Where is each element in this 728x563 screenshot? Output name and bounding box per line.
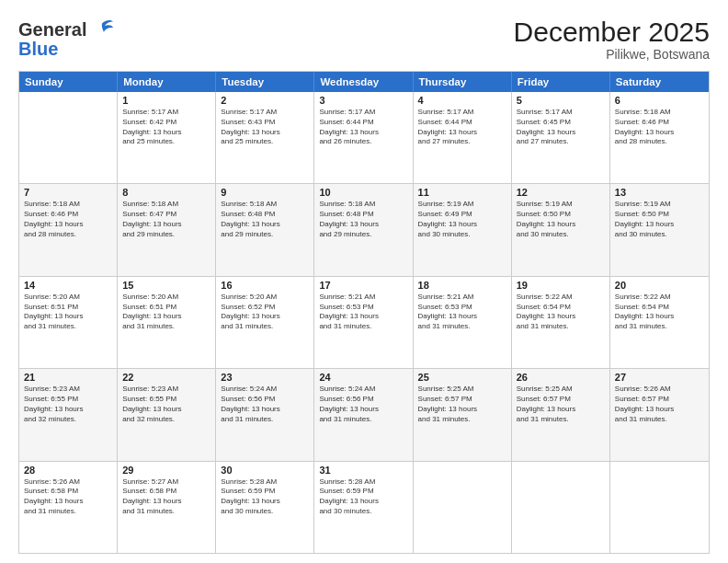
cal-cell: 15Sunrise: 5:20 AMSunset: 6:51 PMDayligh…: [118, 277, 216, 368]
cell-info-line: Daylight: 13 hours: [24, 220, 112, 230]
cal-cell: 4Sunrise: 5:17 AMSunset: 6:44 PMDaylight…: [414, 92, 512, 183]
cell-info-line: Sunrise: 5:18 AM: [221, 200, 309, 210]
cell-info-line: Daylight: 13 hours: [615, 220, 704, 230]
cell-info-line: Sunset: 6:58 PM: [24, 487, 112, 497]
cell-info-line: Sunrise: 5:18 AM: [24, 200, 112, 210]
cell-info-line: Daylight: 13 hours: [517, 220, 605, 230]
cal-cell: 23Sunrise: 5:24 AMSunset: 6:56 PMDayligh…: [216, 369, 314, 460]
cell-info-line: and 32 minutes.: [122, 415, 210, 425]
cal-cell: [414, 462, 512, 553]
cal-cell: 3Sunrise: 5:17 AMSunset: 6:44 PMDaylight…: [314, 92, 413, 183]
cell-info-line: Daylight: 13 hours: [24, 497, 112, 507]
cell-info-line: Sunrise: 5:20 AM: [122, 293, 210, 303]
cell-info-line: Sunrise: 5:17 AM: [517, 108, 605, 118]
day-number: 13: [615, 187, 704, 198]
cal-cell: 7Sunrise: 5:18 AMSunset: 6:46 PMDaylight…: [19, 184, 118, 275]
day-number: 7: [24, 187, 112, 198]
cal-cell: 2Sunrise: 5:17 AMSunset: 6:43 PMDaylight…: [216, 92, 314, 183]
cell-info-line: Sunrise: 5:25 AM: [517, 385, 605, 395]
cell-info-line: Sunset: 6:50 PM: [517, 210, 605, 220]
cell-info-line: Sunrise: 5:22 AM: [517, 293, 605, 303]
day-number: 30: [221, 465, 309, 476]
day-number: 22: [122, 372, 210, 383]
cell-info-line: and 31 minutes.: [24, 322, 112, 332]
cell-info-line: Daylight: 13 hours: [122, 220, 210, 230]
cal-row-2: 14Sunrise: 5:20 AMSunset: 6:51 PMDayligh…: [19, 277, 709, 369]
cell-info-line: Daylight: 13 hours: [319, 220, 407, 230]
cell-info-line: Sunrise: 5:18 AM: [615, 108, 704, 118]
cell-info-line: Daylight: 13 hours: [517, 128, 605, 138]
cell-info-line: Sunset: 6:45 PM: [517, 118, 605, 128]
cell-info-line: and 25 minutes.: [221, 137, 309, 147]
logo-general: General: [18, 19, 86, 40]
cal-cell: [512, 462, 610, 553]
cell-info-line: Sunset: 6:53 PM: [319, 303, 407, 313]
cell-info-line: Sunrise: 5:17 AM: [418, 108, 506, 118]
cell-info-line: and 32 minutes.: [24, 415, 112, 425]
day-number: 8: [122, 187, 210, 198]
day-number: 20: [615, 280, 704, 291]
cell-info-line: Daylight: 13 hours: [418, 220, 506, 230]
cell-info-line: and 31 minutes.: [615, 322, 704, 332]
cal-cell: 10Sunrise: 5:18 AMSunset: 6:48 PMDayligh…: [314, 184, 413, 275]
calendar-header: SundayMondayTuesdayWednesdayThursdayFrid…: [19, 72, 709, 92]
cal-cell: 30Sunrise: 5:28 AMSunset: 6:59 PMDayligh…: [216, 462, 314, 553]
day-number: 16: [221, 280, 309, 291]
day-number: 17: [319, 280, 407, 291]
cell-info-line: Daylight: 13 hours: [122, 312, 210, 322]
cell-info-line: Sunrise: 5:28 AM: [319, 477, 407, 488]
day-number: 14: [24, 280, 112, 291]
cell-info-line: and 27 minutes.: [418, 137, 506, 147]
cell-info-line: Sunset: 6:55 PM: [122, 395, 210, 405]
cell-info-line: Sunrise: 5:17 AM: [122, 108, 210, 118]
day-number: 25: [418, 372, 506, 383]
day-number: 10: [319, 187, 407, 198]
cal-cell: 22Sunrise: 5:23 AMSunset: 6:55 PMDayligh…: [118, 369, 216, 460]
cell-info-line: and 31 minutes.: [517, 322, 605, 332]
cell-info-line: Daylight: 13 hours: [517, 405, 605, 415]
cell-info-line: Sunset: 6:48 PM: [319, 210, 407, 220]
cell-info-line: Daylight: 13 hours: [615, 128, 704, 138]
cell-info-line: Daylight: 13 hours: [221, 220, 309, 230]
day-number: 15: [122, 280, 210, 291]
cell-info-line: Daylight: 13 hours: [221, 497, 309, 507]
cal-row-3: 21Sunrise: 5:23 AMSunset: 6:55 PMDayligh…: [19, 369, 709, 461]
cell-info-line: and 31 minutes.: [615, 415, 704, 425]
cell-info-line: Sunrise: 5:23 AM: [122, 385, 210, 395]
cell-info-line: Sunset: 6:57 PM: [517, 395, 605, 405]
cell-info-line: and 30 minutes.: [319, 507, 407, 517]
cell-info-line: Sunset: 6:53 PM: [418, 303, 506, 313]
cell-info-line: Sunrise: 5:20 AM: [24, 293, 112, 303]
cell-info-line: Daylight: 13 hours: [418, 405, 506, 415]
cell-info-line: Daylight: 13 hours: [517, 312, 605, 322]
day-number: 9: [221, 187, 309, 198]
cal-cell: [19, 92, 118, 183]
cell-info-line: Sunset: 6:58 PM: [122, 487, 210, 497]
cell-info-line: Sunset: 6:47 PM: [122, 210, 210, 220]
cell-info-line: and 31 minutes.: [418, 415, 506, 425]
cal-cell: 24Sunrise: 5:24 AMSunset: 6:56 PMDayligh…: [314, 369, 413, 460]
cell-info-line: Sunrise: 5:21 AM: [418, 293, 506, 303]
cal-cell: 20Sunrise: 5:22 AMSunset: 6:54 PMDayligh…: [610, 277, 709, 368]
cell-info-line: Sunrise: 5:24 AM: [221, 385, 309, 395]
title-block: December 2025 Pilikwe, Botswana: [514, 17, 710, 62]
cell-info-line: Sunset: 6:46 PM: [24, 210, 112, 220]
cal-header-friday: Friday: [512, 72, 610, 92]
cell-info-line: Daylight: 13 hours: [418, 312, 506, 322]
cell-info-line: and 26 minutes.: [319, 137, 407, 147]
cell-info-line: Daylight: 13 hours: [122, 405, 210, 415]
cell-info-line: Daylight: 13 hours: [418, 128, 506, 138]
cell-info-line: Sunrise: 5:17 AM: [221, 108, 309, 118]
cal-cell: 16Sunrise: 5:20 AMSunset: 6:52 PMDayligh…: [216, 277, 314, 368]
cell-info-line: and 28 minutes.: [615, 137, 704, 147]
cell-info-line: Sunset: 6:42 PM: [122, 118, 210, 128]
day-number: 26: [517, 372, 605, 383]
cell-info-line: Sunset: 6:57 PM: [615, 395, 704, 405]
cal-row-0: 1Sunrise: 5:17 AMSunset: 6:42 PMDaylight…: [19, 92, 709, 184]
cell-info-line: Daylight: 13 hours: [615, 312, 704, 322]
cal-cell: 11Sunrise: 5:19 AMSunset: 6:49 PMDayligh…: [414, 184, 512, 275]
cell-info-line: Sunrise: 5:25 AM: [418, 385, 506, 395]
cal-header-thursday: Thursday: [414, 72, 512, 92]
day-number: 6: [615, 95, 704, 106]
cell-info-line: Daylight: 13 hours: [319, 405, 407, 415]
